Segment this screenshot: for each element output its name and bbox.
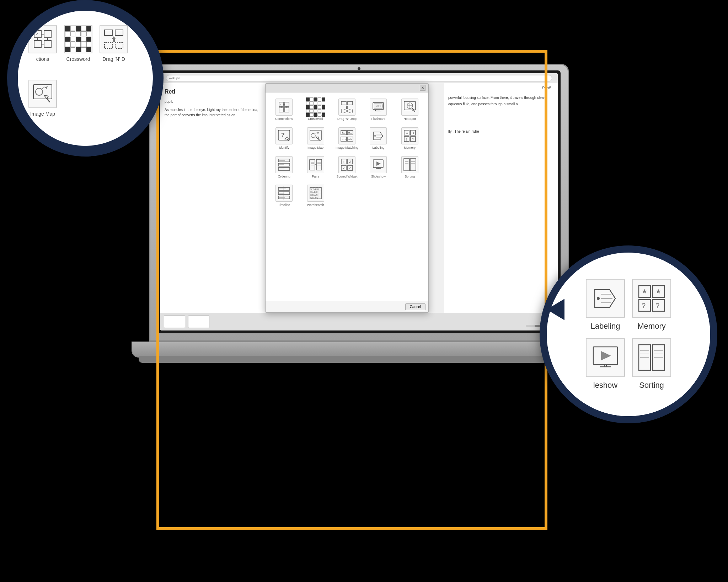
hotspot-icon	[401, 99, 418, 116]
svg-text:✓: ✓	[35, 32, 39, 37]
widget-item-crossword[interactable]: Crossword	[300, 96, 330, 123]
svg-marker-126	[112, 36, 116, 42]
zoom-crossword-icon	[64, 25, 92, 53]
crossword-icon	[307, 99, 324, 116]
svg-point-8	[283, 106, 285, 108]
zoom-left-item-dragndrop: Drag 'N' D	[100, 25, 128, 62]
cancel-button[interactable]: Cancel	[405, 303, 425, 310]
widget-item-timeline[interactable]: Timeline	[269, 182, 299, 210]
circle-pointer	[547, 299, 564, 320]
widget-item-connections[interactable]: ✓ Connections	[269, 96, 299, 123]
svg-marker-131	[44, 95, 48, 99]
widget-item-memory[interactable]: ★ ★ ? ? Memory	[395, 125, 425, 152]
svg-marker-130	[45, 86, 48, 89]
zoom-right-item-sorting: Sorting	[632, 338, 671, 390]
svg-line-129	[42, 87, 45, 89]
svg-text:✗: ✗	[349, 160, 352, 164]
widget-item-dragndrop[interactable]: Drag 'N' Drop	[332, 96, 362, 123]
close-icon: ×	[421, 85, 424, 90]
widget-item-identify[interactable]: ? Identify	[269, 125, 299, 152]
svg-point-39	[342, 132, 343, 133]
imagemap-icon	[307, 127, 324, 144]
url-text: —Pupil	[169, 76, 180, 80]
svg-rect-31	[310, 130, 321, 140]
laptop-shell: —Pupil Reti pupil. As muscles in the the…	[149, 64, 569, 342]
widget-thumb-2	[188, 316, 209, 328]
svg-text:?: ?	[412, 138, 414, 141]
widget-item-imagematching[interactable]: abc abc Image Matching	[332, 125, 362, 152]
widget-item-sorting[interactable]: Sorting	[395, 154, 425, 181]
imagematching-icon: abc abc	[338, 127, 355, 144]
svg-rect-114	[44, 31, 51, 38]
widget-item-slideshow[interactable]: Slideshow	[363, 154, 393, 181]
widget-item-hotspot[interactable]: Hot Spot	[395, 96, 425, 123]
widget-item-scoredwidget[interactable]: ✓ ✗ ✓ ✓ Scored Widget	[332, 154, 362, 181]
svg-rect-2	[279, 108, 283, 112]
right-body1: powerful focusing surface. From there, i…	[448, 95, 553, 107]
svg-rect-67	[310, 159, 315, 170]
widget-item-flashcard[interactable]: ABC Flashcard	[363, 96, 393, 123]
svg-rect-1	[285, 102, 289, 106]
zoom-left-spacer	[28, 69, 57, 73]
pairs-icon	[307, 156, 324, 173]
svg-text:abc: abc	[348, 138, 353, 141]
dragndrop-label: Drag 'N' Drop	[337, 117, 357, 121]
screen-bottom-bar	[160, 313, 558, 330]
sorting-label: Sorting	[405, 175, 415, 179]
dialog-close-button[interactable]: ×	[420, 85, 425, 91]
zoom-connections-icon: ✓	[28, 25, 57, 53]
svg-text:W O R D: W O R D	[310, 188, 319, 190]
zoom-circle-right: Labeling ★ ★ ? ? Memory	[540, 245, 717, 423]
svg-point-49	[374, 135, 376, 137]
svg-rect-13	[348, 109, 353, 113]
screen-right-text: Pupil powerful focusing surface. From th…	[444, 83, 558, 330]
scoredwidget-icon: ✓ ✗ ✓ ✓	[338, 156, 355, 173]
svg-rect-116	[44, 41, 51, 48]
laptop-screen-bezel: —Pupil Reti pupil. As muscles in the the…	[157, 70, 561, 333]
dialog-grid: ✓ Connections	[266, 92, 428, 213]
svg-point-41	[348, 132, 350, 133]
svg-rect-115	[34, 41, 41, 48]
svg-text:✓: ✓	[279, 103, 282, 106]
ordering-label: Ordering	[278, 175, 290, 179]
zoom-crossword-label: Crossword	[66, 56, 90, 62]
svg-text:★: ★	[655, 288, 661, 295]
slideshow-label: Slideshow	[371, 175, 386, 179]
svg-rect-125	[115, 43, 123, 48]
through-text: through	[524, 96, 536, 100]
laptop-base-bottom	[139, 356, 579, 363]
svg-rect-37	[341, 131, 347, 135]
zoom-left-content: ✓ ctions	[21, 18, 135, 124]
identify-label: Identify	[279, 146, 289, 150]
zoom-slideshow-label: leshow	[593, 381, 617, 390]
widget-item-ordering[interactable]: Ordering	[269, 154, 299, 181]
widget-item-wordsearch[interactable]: W O R D X A B C S E A R C H Z Q Wordsear…	[300, 182, 330, 210]
connections-icon: ✓	[275, 99, 293, 116]
svg-text:abc: abc	[342, 138, 347, 141]
zoom-circle-left: ✓ ctions	[7, 0, 164, 157]
screen-content: —Pupil Reti pupil. As muscles in the the…	[160, 73, 558, 330]
laptop-screen: —Pupil Reti pupil. As muscles in the the…	[160, 73, 558, 330]
widget-item-pairs[interactable]: Pairs	[300, 154, 330, 181]
svg-text:✓: ✓	[349, 166, 352, 170]
memory-icon: ★ ★ ? ?	[401, 127, 418, 144]
wordsearch-label: Wordsearch	[307, 203, 324, 207]
widget-thumb-1	[164, 316, 185, 328]
svg-text:✓: ✓	[342, 166, 345, 170]
zoom-dragndrop-icon	[100, 25, 128, 53]
widget-item-imagemap[interactable]: Image Map	[300, 125, 330, 152]
bottom-widget-preview	[164, 316, 209, 328]
widget-item-labeling[interactable]: Labeling	[363, 125, 393, 152]
svg-rect-11	[348, 101, 353, 105]
timeline-label: Timeline	[278, 203, 290, 207]
zoom-memory-icon: ★ ★ ? ?	[632, 279, 671, 318]
svg-point-128	[36, 88, 43, 95]
svg-marker-29	[285, 137, 289, 139]
svg-rect-12	[341, 109, 346, 113]
screen-url-bar[interactable]: —Pupil	[166, 75, 552, 81]
laptop-camera	[358, 67, 360, 70]
svg-text:?: ?	[642, 302, 646, 309]
connections-label: Connections	[275, 117, 293, 121]
sorting-icon	[401, 156, 418, 173]
timeline-icon	[275, 185, 293, 202]
